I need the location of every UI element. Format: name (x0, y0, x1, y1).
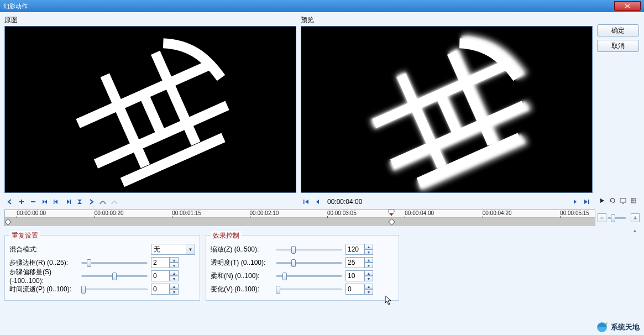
zoom-out-button[interactable]: − (598, 213, 606, 222)
close-button[interactable] (614, 1, 641, 11)
spin-down[interactable]: ▼ (364, 249, 373, 255)
spin-up[interactable]: ▲ (364, 270, 373, 276)
close-icon (625, 4, 630, 8)
canvas-toolbars: 00:00:04:00 (4, 194, 640, 207)
change-input[interactable] (345, 284, 364, 295)
svg-rect-4 (620, 198, 626, 202)
titlebar: 幻影动作 (0, 0, 644, 12)
spin-down[interactable]: ▼ (364, 289, 373, 295)
globe-icon (595, 321, 609, 334)
spin-down[interactable]: ▼ (170, 263, 179, 268)
blend-combo[interactable]: 无 ▼ (151, 244, 195, 255)
zoom-param-slider[interactable] (276, 244, 342, 254)
play-icon[interactable] (597, 196, 606, 206)
step-offset-label: 步骤偏移量(S) (-100..100): (9, 268, 81, 285)
preview-canvas[interactable] (301, 26, 593, 193)
zoom-slider[interactable] (608, 213, 626, 223)
time-fade-input[interactable] (151, 284, 170, 295)
change-slider[interactable] (276, 284, 342, 294)
window-title: 幻影动作 (3, 2, 28, 11)
spin-down[interactable]: ▼ (364, 276, 373, 281)
blend-label: 混合模式: (9, 245, 81, 254)
keyframe-start[interactable] (4, 218, 12, 226)
soft-slider[interactable] (276, 271, 342, 281)
collapse-bar: ▴ (4, 226, 640, 234)
opacity-slider[interactable] (276, 258, 342, 268)
spin-down[interactable]: ▼ (170, 289, 179, 295)
step-border-input[interactable] (151, 257, 170, 268)
svg-rect-3 (588, 200, 589, 204)
svg-rect-1 (70, 200, 71, 204)
tick: 00:00:02:10 (250, 210, 279, 216)
spin-down[interactable]: ▼ (364, 263, 373, 268)
spin-down[interactable]: ▼ (170, 276, 179, 281)
playback-toolbar-right (569, 196, 593, 207)
monitor-icon[interactable] (619, 196, 628, 206)
zoom-input[interactable] (345, 244, 364, 255)
nudge-right-icon[interactable] (86, 197, 97, 207)
spin-up[interactable]: ▲ (170, 257, 179, 263)
timeline-track[interactable] (5, 218, 595, 226)
tick: 00:00:05:15 (560, 210, 589, 216)
tick: 00:00:01:15 (172, 210, 201, 216)
spin-up[interactable]: ▲ (170, 284, 179, 289)
svg-rect-2 (303, 200, 305, 204)
tick: 00:00:00:00 (17, 210, 46, 216)
change-label: 变化(V) (0..100): (211, 285, 276, 294)
preview-glyph (322, 26, 572, 193)
zoom-in-button[interactable]: + (631, 213, 640, 222)
spin-up[interactable]: ▲ (364, 284, 373, 289)
prev-frame-icon[interactable] (51, 197, 62, 207)
collapse-icon[interactable]: ▴ (633, 227, 636, 233)
flip-h-icon[interactable] (39, 197, 50, 207)
effect-group: 效果控制 缩放(Z) (0..500): ▲▼ 透明度(T) (0..100):… (206, 235, 399, 301)
settings-icon[interactable] (629, 196, 638, 206)
keyframe-end[interactable] (388, 218, 395, 226)
step-border-spinner: ▲▼ (151, 257, 179, 268)
next-frame-icon[interactable] (62, 197, 74, 207)
go-end-icon[interactable] (581, 197, 592, 207)
loop-icon[interactable] (608, 196, 617, 206)
timeline-ruler[interactable]: 00:00:00:0000:00:00:2000:00:01:1500:00:0… (5, 210, 595, 218)
preview-label: 预览 (301, 15, 593, 25)
step-offset-slider[interactable] (81, 271, 148, 281)
opacity-input[interactable] (345, 257, 364, 268)
preview-panel: 预览 (301, 15, 593, 193)
add-key-icon[interactable] (16, 197, 27, 207)
tick: 00:00:04:00 (405, 210, 434, 216)
zoom-label: 缩放(Z) (0..500): (211, 245, 276, 254)
original-canvas[interactable] (4, 26, 296, 193)
playhead-marker[interactable] (388, 209, 395, 214)
spin-up[interactable]: ▲ (364, 257, 373, 263)
flip-v-icon[interactable] (74, 197, 85, 207)
step-border-label: 步骤边框(R) (0..25): (9, 258, 81, 268)
soft-spinner: ▲▼ (345, 270, 373, 281)
step-fwd-icon[interactable] (569, 197, 580, 207)
repeat-title: 重复设置 (9, 231, 40, 240)
client-area: 原图 预览 (0, 12, 644, 335)
ok-button[interactable]: 确定 (597, 24, 639, 36)
nudge-left-icon[interactable] (4, 197, 15, 207)
svg-rect-0 (54, 200, 55, 204)
cancel-button[interactable]: 取消 (597, 40, 639, 52)
step-back-icon[interactable] (312, 197, 323, 207)
time-fade-slider[interactable] (81, 284, 148, 294)
go-start-icon[interactable] (301, 197, 312, 207)
remove-key-icon[interactable] (28, 197, 39, 207)
spin-up[interactable]: ▲ (364, 244, 373, 249)
timeline[interactable]: 00:00:00:0000:00:00:2000:00:01:1500:00:0… (4, 210, 595, 226)
step-border-slider[interactable] (81, 258, 148, 268)
curve-b-icon[interactable] (109, 197, 120, 207)
zoom-spinner: ▲▼ (345, 244, 373, 255)
step-offset-spinner: ▲▼ (151, 270, 179, 281)
soft-input[interactable] (345, 270, 364, 281)
preview-row: 原图 预览 (4, 15, 640, 193)
change-spinner: ▲▼ (345, 284, 373, 295)
timeline-zoom-controls: − + (595, 210, 640, 223)
spin-up[interactable]: ▲ (170, 270, 179, 276)
soft-label: 柔和(N) (0..100): (211, 271, 276, 281)
step-offset-input[interactable] (151, 270, 170, 281)
original-glyph (25, 26, 276, 193)
curve-a-icon[interactable] (97, 197, 108, 207)
settings-row: 重复设置 混合模式: 无 ▼ 步骤边框(R) (0..25): ▲▼ 步骤偏移量… (4, 235, 640, 301)
